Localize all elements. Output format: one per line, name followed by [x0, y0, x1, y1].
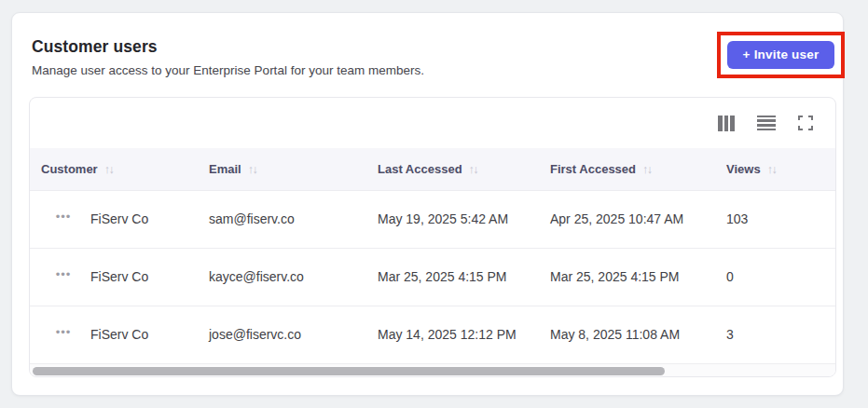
customer-users-card: Customer users Manage user access to you…	[11, 12, 844, 396]
sort-icon[interactable]: ↑↓	[104, 163, 114, 176]
first-accessed-cell: Mar 25, 2025 4:15 PM	[550, 248, 726, 306]
first-accessed-cell: May 8, 2025 11:08 AM	[550, 306, 726, 363]
sort-icon[interactable]: ↑↓	[642, 163, 652, 176]
customer-cell: FiServ Co	[90, 211, 148, 226]
views-cell: 3	[726, 306, 836, 363]
users-table: Customer↑↓ Email↑↓ Last Accessed↑↓ First…	[30, 148, 836, 363]
annotation-highlight-box: + Invite user	[717, 32, 845, 78]
last-accessed-cell: May 19, 2025 5:42 AM	[378, 190, 550, 248]
users-table-container: Customer↑↓ Email↑↓ Last Accessed↑↓ First…	[29, 97, 836, 377]
customer-cell: FiServ Co	[90, 269, 148, 284]
column-header-first-accessed[interactable]: First Accessed↑↓	[550, 148, 726, 190]
column-header-last-accessed[interactable]: Last Accessed↑↓	[378, 148, 550, 190]
table-row: •••FiServ Co jose@fiservc.co May 14, 202…	[30, 306, 836, 363]
column-header-email[interactable]: Email↑↓	[209, 148, 378, 190]
sort-icon[interactable]: ↑↓	[767, 163, 777, 176]
scrollbar-thumb[interactable]	[33, 367, 665, 375]
sort-icon[interactable]: ↑↓	[469, 163, 478, 176]
page-subtitle: Manage user access to your Enterprise Po…	[32, 63, 424, 77]
table-header-row: Customer↑↓ Email↑↓ Last Accessed↑↓ First…	[30, 148, 836, 190]
sort-icon[interactable]: ↑↓	[248, 163, 257, 176]
columns-icon[interactable]	[718, 116, 735, 131]
fullscreen-icon[interactable]	[798, 116, 813, 130]
email-cell: kayce@fiserv.co	[209, 248, 378, 306]
last-accessed-cell: May 14, 2025 12:12 PM	[378, 306, 550, 363]
email-cell: jose@fiservc.co	[209, 306, 378, 363]
row-density-icon[interactable]	[757, 116, 776, 131]
customer-cell: FiServ Co	[90, 327, 148, 342]
invite-user-button[interactable]: + Invite user	[727, 41, 835, 69]
row-menu-icon[interactable]: •••	[49, 210, 77, 229]
horizontal-scrollbar[interactable]	[30, 363, 835, 377]
table-toolbar	[30, 98, 835, 148]
row-menu-icon[interactable]: •••	[49, 267, 77, 287]
row-menu-icon[interactable]: •••	[49, 325, 77, 345]
column-header-customer[interactable]: Customer↑↓	[30, 148, 209, 190]
views-cell: 103	[726, 190, 836, 248]
table-scroll-area: Customer↑↓ Email↑↓ Last Accessed↑↓ First…	[30, 148, 836, 363]
views-cell: 0	[726, 248, 836, 306]
last-accessed-cell: Mar 25, 2025 4:15 PM	[378, 248, 550, 306]
table-row: •••FiServ Co sam@fiserv.co May 19, 2025 …	[30, 190, 836, 248]
table-row: •••FiServ Co kayce@fiserv.co Mar 25, 202…	[30, 248, 836, 306]
email-cell: sam@fiserv.co	[209, 190, 378, 248]
first-accessed-cell: Apr 25, 2025 10:47 AM	[550, 190, 726, 248]
page-title: Customer users	[32, 37, 158, 57]
column-header-views[interactable]: Views↑↓	[726, 148, 836, 190]
